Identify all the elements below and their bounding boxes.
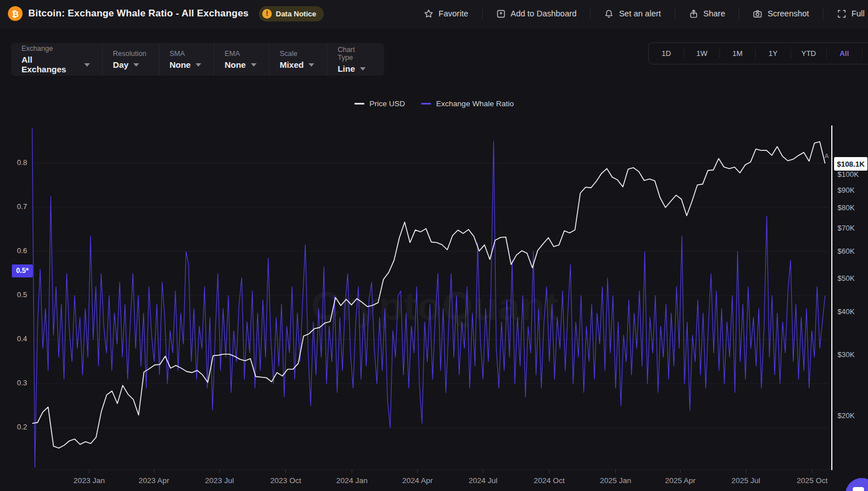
action-label: Favorite bbox=[439, 9, 468, 18]
bitcoin-icon: ₿ bbox=[8, 6, 23, 21]
screenshot-button[interactable]: Screenshot bbox=[750, 9, 811, 19]
dropdown-value: Mixed bbox=[280, 60, 315, 69]
y-axis-label-right: $90K bbox=[837, 186, 854, 194]
range-button-ytd[interactable]: YTD bbox=[791, 49, 826, 58]
chart-type-dropdown[interactable]: Chart Type Line bbox=[327, 43, 384, 76]
data-notice-label: Data Notice bbox=[276, 10, 316, 18]
y-axis-label-left: 0.5 bbox=[5, 290, 27, 299]
dropdown-label: Exchange bbox=[21, 45, 90, 53]
y-axis-label-right: $30K bbox=[837, 350, 854, 359]
x-axis-label: 2025 Apr bbox=[665, 476, 696, 485]
action-label: Add to Dashboard bbox=[511, 9, 577, 18]
ema-dropdown[interactable]: EMA None bbox=[214, 43, 269, 76]
dropdown-value: All Exchanges bbox=[21, 55, 90, 74]
dashboard-add-icon bbox=[496, 9, 506, 19]
add-to-dashboard-button[interactable]: Add to Dashboard bbox=[494, 9, 579, 19]
resolution-dropdown[interactable]: Resolution Day bbox=[102, 43, 159, 76]
chat-icon bbox=[853, 487, 864, 491]
chevron-down-icon bbox=[360, 67, 366, 71]
camera-icon bbox=[753, 9, 762, 19]
set-an-alert-button[interactable]: Set an alert bbox=[602, 9, 663, 19]
legend-label: Exchange Whale Ratio bbox=[436, 99, 514, 108]
range-button-all[interactable]: All bbox=[827, 49, 862, 58]
title-group: ₿ Bitcoin: Exchange Whale Ratio - All Ex… bbox=[0, 6, 324, 21]
page-title: Bitcoin: Exchange Whale Ratio - All Exch… bbox=[28, 8, 249, 19]
legend-item-price-usd[interactable]: Price USD bbox=[354, 99, 405, 108]
share-icon bbox=[689, 9, 698, 19]
y-axis-label-left: 0.6 bbox=[5, 246, 27, 255]
series-price bbox=[32, 142, 825, 448]
range-button-1y[interactable]: 1Y bbox=[756, 49, 791, 58]
bell-icon bbox=[604, 9, 614, 19]
header-bar: ₿ Bitcoin: Exchange Whale Ratio - All Ex… bbox=[0, 0, 868, 28]
y-axis-label-right: $20K bbox=[837, 411, 854, 420]
range-selector: 1D1W1M1YYTDAll bbox=[648, 42, 868, 64]
header-divider bbox=[739, 7, 739, 20]
x-axis-label: 2025 Jan bbox=[600, 476, 631, 485]
y-axis-label-right: $40K bbox=[837, 307, 854, 316]
action-label: Share bbox=[704, 9, 726, 18]
y-axis-label-left: 0.7 bbox=[5, 202, 27, 211]
header-actions: FavoriteAdd to DashboardSet an alertShar… bbox=[422, 0, 868, 27]
range-button-1w[interactable]: 1W bbox=[684, 49, 719, 58]
chart-controls: Exchange All Exchanges Resolution Day SM… bbox=[11, 43, 384, 76]
x-axis-label: 2024 Apr bbox=[402, 476, 433, 485]
x-axis-label: 2024 Jul bbox=[468, 476, 497, 485]
dropdown-label: SMA bbox=[170, 50, 202, 58]
dropdown-value: None bbox=[224, 60, 257, 69]
action-label: Full bbox=[852, 9, 865, 18]
x-axis-label: 2024 Jan bbox=[336, 476, 368, 485]
dropdown-label: EMA bbox=[224, 50, 257, 58]
chevron-down-icon bbox=[84, 63, 90, 67]
full-button[interactable]: Full bbox=[835, 9, 867, 19]
y-axis-label-right: $70K bbox=[837, 224, 854, 232]
legend-item-exchange-whale-ratio[interactable]: Exchange Whale Ratio bbox=[421, 99, 514, 108]
header-divider bbox=[823, 7, 823, 20]
exchange-dropdown[interactable]: Exchange All Exchanges bbox=[11, 43, 102, 76]
share-button[interactable]: Share bbox=[687, 9, 728, 19]
header-divider bbox=[590, 7, 591, 20]
x-axis-label: 2024 Oct bbox=[533, 476, 565, 485]
action-label: Set an alert bbox=[619, 9, 661, 18]
data-notice-badge[interactable]: ! Data Notice bbox=[259, 6, 324, 21]
autoscale-indicator[interactable]: A bbox=[824, 153, 829, 159]
chevron-down-icon bbox=[196, 63, 201, 67]
last-price-tag: $108.1K bbox=[834, 157, 867, 171]
x-axis-label: 2023 Apr bbox=[138, 476, 169, 485]
x-axis-label: 2023 Jan bbox=[73, 476, 105, 485]
legend-label: Price USD bbox=[370, 99, 405, 108]
dropdown-value: None bbox=[170, 60, 202, 69]
y-axis-label-left: 0.4 bbox=[5, 334, 27, 343]
chevron-down-icon bbox=[133, 63, 139, 67]
header-divider bbox=[482, 7, 483, 20]
dropdown-value: Day bbox=[113, 60, 146, 69]
y-axis-label-left: 0.3 bbox=[5, 379, 27, 387]
chevron-down-icon bbox=[251, 63, 257, 67]
y-axis-label-left: 0.8 bbox=[5, 158, 27, 167]
x-axis-label: 2025 Oct bbox=[797, 476, 828, 485]
y-axis-label-right: $100K bbox=[837, 170, 859, 179]
y-axis-label-right: $80K bbox=[837, 203, 854, 212]
y-axis-label-left: 0.2 bbox=[5, 423, 27, 431]
app-root: { "header": { "title": "Bitcoin: Exchang… bbox=[0, 0, 868, 491]
sma-dropdown[interactable]: SMA None bbox=[159, 43, 214, 76]
dropdown-label: Resolution bbox=[113, 50, 146, 58]
dropdown-label: Scale bbox=[280, 50, 315, 58]
chevron-down-icon bbox=[309, 63, 314, 67]
scale-dropdown[interactable]: Scale Mixed bbox=[269, 43, 327, 76]
action-label: Screenshot bbox=[767, 9, 809, 18]
calendar-button[interactable] bbox=[862, 47, 868, 60]
y-axis-label-right: $60K bbox=[837, 247, 854, 255]
legend-swatch bbox=[354, 103, 364, 105]
range-button-1d[interactable]: 1D bbox=[649, 49, 684, 58]
legend-swatch bbox=[421, 103, 431, 105]
range-button-1m[interactable]: 1M bbox=[720, 49, 755, 58]
chart-legend: Price USD Exchange Whale Ratio bbox=[0, 99, 868, 108]
whale-ratio-current-badge: 0.5* bbox=[12, 264, 33, 277]
fullscreen-icon bbox=[837, 9, 847, 19]
exclamation-icon: ! bbox=[262, 9, 272, 19]
series-whale-ratio bbox=[32, 128, 825, 468]
x-axis-label: 2023 Jul bbox=[205, 476, 234, 485]
dropdown-label: Chart Type bbox=[337, 46, 372, 62]
favorite-button[interactable]: Favorite bbox=[422, 9, 470, 19]
